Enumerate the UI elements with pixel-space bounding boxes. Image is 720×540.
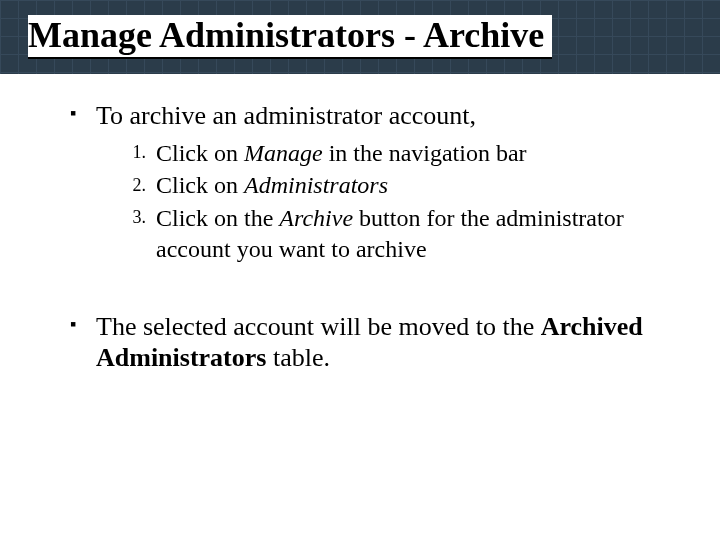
title-band: Manage Administrators - Archive — [0, 0, 720, 74]
bullet-intro: To archive an administrator account, Cli… — [70, 100, 672, 265]
slide-body: To archive an administrator account, Cli… — [0, 74, 720, 374]
step-1-emph: Manage — [244, 140, 323, 166]
slide: Manage Administrators - Archive To archi… — [0, 0, 720, 540]
step-3-emph: Archive — [279, 205, 353, 231]
bullet-intro-text: To archive an administrator account, — [96, 101, 476, 130]
step-1: Click on Manage in the navigation bar — [150, 138, 672, 169]
step-3: Click on the Archive button for the admi… — [150, 203, 672, 264]
bullet-result: The selected account will be moved to th… — [70, 311, 672, 374]
step-2: Click on Administrators — [150, 170, 672, 201]
step-2-emph: Administrators — [244, 172, 388, 198]
slide-title: Manage Administrators - Archive — [28, 15, 552, 59]
